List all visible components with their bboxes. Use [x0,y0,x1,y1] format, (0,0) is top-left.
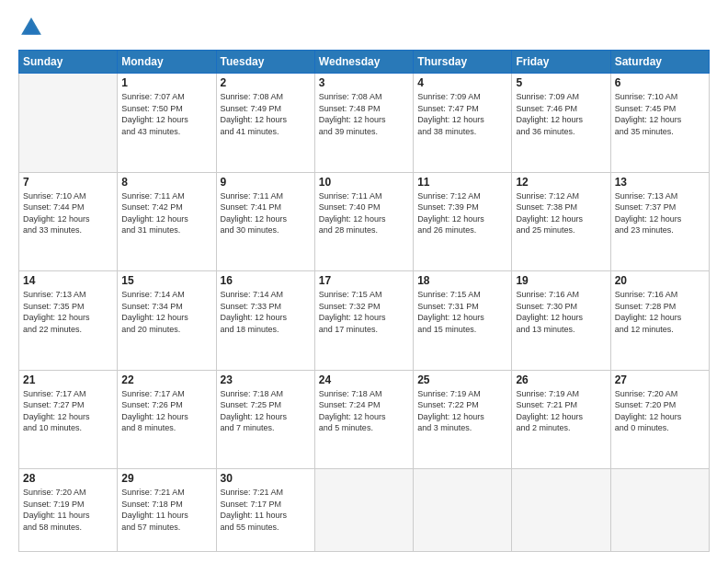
calendar-cell [314,469,413,552]
weekday-header-thursday: Thursday [414,51,512,74]
day-number: 5 [516,76,606,89]
calendar-week-row: 1Sunrise: 7:07 AM Sunset: 7:50 PM Daylig… [19,74,710,173]
day-info: Sunrise: 7:12 AM Sunset: 7:38 PM Dayligh… [516,190,606,236]
weekday-header-wednesday: Wednesday [314,51,413,74]
day-number: 16 [221,274,311,287]
day-info: Sunrise: 7:21 AM Sunset: 7:17 PM Dayligh… [221,487,311,533]
day-number: 24 [319,373,409,386]
calendar-cell: 28Sunrise: 7:20 AM Sunset: 7:19 PM Dayli… [19,469,118,552]
calendar-cell: 17Sunrise: 7:15 AM Sunset: 7:32 PM Dayli… [314,271,413,371]
day-info: Sunrise: 7:08 AM Sunset: 7:48 PM Dayligh… [319,91,409,137]
day-info: Sunrise: 7:09 AM Sunset: 7:47 PM Dayligh… [417,91,507,137]
day-info: Sunrise: 7:13 AM Sunset: 7:37 PM Dayligh… [615,190,705,236]
logo-icon [18,15,44,40]
day-info: Sunrise: 7:19 AM Sunset: 7:22 PM Dayligh… [417,388,507,434]
day-number: 23 [221,373,311,386]
day-info: Sunrise: 7:16 AM Sunset: 7:28 PM Dayligh… [615,289,705,335]
day-info: Sunrise: 7:14 AM Sunset: 7:34 PM Dayligh… [121,289,211,335]
calendar-cell: 24Sunrise: 7:18 AM Sunset: 7:24 PM Dayli… [314,370,413,469]
weekday-header-row: SundayMondayTuesdayWednesdayThursdayFrid… [19,51,710,74]
calendar-table: SundayMondayTuesdayWednesdayThursdayFrid… [18,50,710,552]
day-number: 20 [615,274,705,287]
day-number: 29 [121,472,211,485]
day-number: 7 [23,176,113,189]
calendar-cell: 25Sunrise: 7:19 AM Sunset: 7:22 PM Dayli… [414,370,512,469]
day-info: Sunrise: 7:17 AM Sunset: 7:26 PM Dayligh… [121,388,211,434]
day-number: 26 [516,373,606,386]
day-number: 27 [615,373,705,386]
day-info: Sunrise: 7:20 AM Sunset: 7:19 PM Dayligh… [23,487,113,533]
day-number: 17 [319,274,409,287]
calendar-cell: 10Sunrise: 7:11 AM Sunset: 7:40 PM Dayli… [314,172,413,271]
day-info: Sunrise: 7:09 AM Sunset: 7:46 PM Dayligh… [516,91,606,137]
day-info: Sunrise: 7:19 AM Sunset: 7:21 PM Dayligh… [516,388,606,434]
calendar-cell [414,469,512,552]
calendar-cell: 8Sunrise: 7:11 AM Sunset: 7:42 PM Daylig… [118,172,216,271]
calendar-cell [512,469,610,552]
day-number: 3 [319,76,409,89]
day-info: Sunrise: 7:11 AM Sunset: 7:40 PM Dayligh… [319,190,409,236]
day-info: Sunrise: 7:13 AM Sunset: 7:35 PM Dayligh… [23,289,113,335]
day-info: Sunrise: 7:21 AM Sunset: 7:18 PM Dayligh… [121,487,211,533]
calendar-week-row: 28Sunrise: 7:20 AM Sunset: 7:19 PM Dayli… [19,469,710,552]
calendar-cell: 14Sunrise: 7:13 AM Sunset: 7:35 PM Dayli… [19,271,118,371]
calendar-week-row: 14Sunrise: 7:13 AM Sunset: 7:35 PM Dayli… [19,271,710,371]
weekday-header-tuesday: Tuesday [216,51,314,74]
day-info: Sunrise: 7:18 AM Sunset: 7:24 PM Dayligh… [319,388,409,434]
page: SundayMondayTuesdayWednesdayThursdayFrid… [0,0,728,563]
day-number: 21 [23,373,113,386]
calendar-cell: 27Sunrise: 7:20 AM Sunset: 7:20 PM Dayli… [610,370,709,469]
logo [18,15,48,40]
day-number: 15 [121,274,211,287]
day-info: Sunrise: 7:10 AM Sunset: 7:45 PM Dayligh… [615,91,705,137]
day-number: 2 [221,76,311,89]
day-number: 6 [615,76,705,89]
calendar-cell: 19Sunrise: 7:16 AM Sunset: 7:30 PM Dayli… [512,271,610,371]
calendar-cell: 7Sunrise: 7:10 AM Sunset: 7:44 PM Daylig… [19,172,118,271]
day-info: Sunrise: 7:20 AM Sunset: 7:20 PM Dayligh… [615,388,705,434]
day-info: Sunrise: 7:11 AM Sunset: 7:42 PM Dayligh… [121,190,211,236]
calendar-cell: 20Sunrise: 7:16 AM Sunset: 7:28 PM Dayli… [610,271,709,371]
calendar-cell: 2Sunrise: 7:08 AM Sunset: 7:49 PM Daylig… [216,74,314,173]
day-number: 10 [319,176,409,189]
calendar-cell: 16Sunrise: 7:14 AM Sunset: 7:33 PM Dayli… [216,271,314,371]
day-number: 4 [417,76,507,89]
calendar-cell: 29Sunrise: 7:21 AM Sunset: 7:18 PM Dayli… [118,469,216,552]
day-info: Sunrise: 7:17 AM Sunset: 7:27 PM Dayligh… [23,388,113,434]
calendar-cell: 11Sunrise: 7:12 AM Sunset: 7:39 PM Dayli… [414,172,512,271]
day-number: 13 [615,176,705,189]
day-number: 22 [121,373,211,386]
day-number: 11 [417,176,507,189]
calendar-cell [610,469,709,552]
calendar-week-row: 21Sunrise: 7:17 AM Sunset: 7:27 PM Dayli… [19,370,710,469]
day-number: 1 [121,76,211,89]
day-info: Sunrise: 7:18 AM Sunset: 7:25 PM Dayligh… [221,388,311,434]
day-info: Sunrise: 7:15 AM Sunset: 7:31 PM Dayligh… [417,289,507,335]
calendar-cell: 6Sunrise: 7:10 AM Sunset: 7:45 PM Daylig… [610,74,709,173]
calendar-week-row: 7Sunrise: 7:10 AM Sunset: 7:44 PM Daylig… [19,172,710,271]
day-info: Sunrise: 7:12 AM Sunset: 7:39 PM Dayligh… [417,190,507,236]
weekday-header-saturday: Saturday [610,51,709,74]
calendar-cell: 21Sunrise: 7:17 AM Sunset: 7:27 PM Dayli… [19,370,118,469]
calendar-cell: 9Sunrise: 7:11 AM Sunset: 7:41 PM Daylig… [216,172,314,271]
weekday-header-monday: Monday [118,51,216,74]
calendar-cell: 18Sunrise: 7:15 AM Sunset: 7:31 PM Dayli… [414,271,512,371]
day-number: 18 [417,274,507,287]
weekday-header-friday: Friday [512,51,610,74]
day-number: 28 [23,472,113,485]
day-info: Sunrise: 7:15 AM Sunset: 7:32 PM Dayligh… [319,289,409,335]
calendar-cell: 30Sunrise: 7:21 AM Sunset: 7:17 PM Dayli… [216,469,314,552]
day-info: Sunrise: 7:11 AM Sunset: 7:41 PM Dayligh… [221,190,311,236]
calendar-cell: 3Sunrise: 7:08 AM Sunset: 7:48 PM Daylig… [314,74,413,173]
day-number: 30 [221,472,311,485]
day-number: 8 [121,176,211,189]
day-number: 9 [221,176,311,189]
day-info: Sunrise: 7:16 AM Sunset: 7:30 PM Dayligh… [516,289,606,335]
calendar-cell: 13Sunrise: 7:13 AM Sunset: 7:37 PM Dayli… [610,172,709,271]
calendar-cell: 26Sunrise: 7:19 AM Sunset: 7:21 PM Dayli… [512,370,610,469]
day-number: 12 [516,176,606,189]
day-info: Sunrise: 7:14 AM Sunset: 7:33 PM Dayligh… [221,289,311,335]
day-info: Sunrise: 7:07 AM Sunset: 7:50 PM Dayligh… [121,91,211,137]
calendar-cell: 1Sunrise: 7:07 AM Sunset: 7:50 PM Daylig… [118,74,216,173]
day-info: Sunrise: 7:08 AM Sunset: 7:49 PM Dayligh… [221,91,311,137]
